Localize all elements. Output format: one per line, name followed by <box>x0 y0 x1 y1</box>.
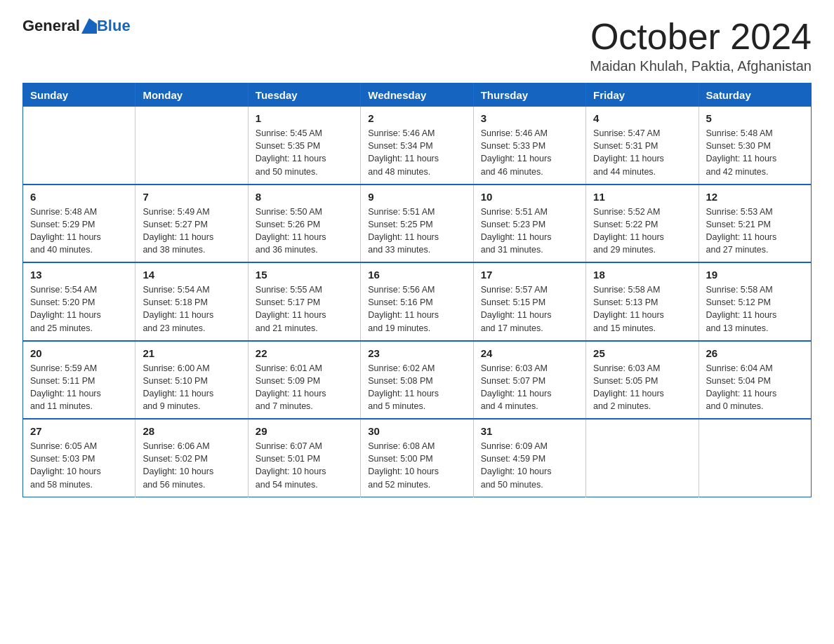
day-info: Sunrise: 5:53 AM Sunset: 5:21 PM Dayligh… <box>706 206 804 257</box>
day-number: 14 <box>143 269 240 281</box>
calendar-cell: 18Sunrise: 5:58 AM Sunset: 5:13 PM Dayli… <box>586 262 699 341</box>
day-number: 1 <box>256 112 353 124</box>
day-number: 18 <box>593 269 691 281</box>
calendar-cell <box>586 419 699 497</box>
day-info: Sunrise: 6:01 AM Sunset: 5:09 PM Dayligh… <box>256 362 353 413</box>
day-info: Sunrise: 6:03 AM Sunset: 5:07 PM Dayligh… <box>481 362 578 413</box>
day-number: 8 <box>256 191 353 203</box>
week-row-4: 27Sunrise: 6:05 AM Sunset: 5:03 PM Dayli… <box>23 419 812 497</box>
logo-general: General <box>22 17 80 35</box>
day-number: 25 <box>593 347 691 359</box>
day-info: Sunrise: 5:56 AM Sunset: 5:16 PM Dayligh… <box>368 283 465 335</box>
calendar-cell: 26Sunrise: 6:04 AM Sunset: 5:04 PM Dayli… <box>699 341 811 420</box>
day-info: Sunrise: 5:58 AM Sunset: 5:13 PM Dayligh… <box>593 283 691 335</box>
day-number: 28 <box>143 425 240 437</box>
day-info: Sunrise: 5:51 AM Sunset: 5:25 PM Dayligh… <box>368 206 465 257</box>
day-number: 31 <box>481 425 578 437</box>
day-info: Sunrise: 5:51 AM Sunset: 5:23 PM Dayligh… <box>481 206 578 257</box>
day-info: Sunrise: 5:52 AM Sunset: 5:22 PM Dayligh… <box>593 206 691 257</box>
day-info: Sunrise: 5:50 AM Sunset: 5:26 PM Dayligh… <box>256 206 353 257</box>
day-info: Sunrise: 5:59 AM Sunset: 5:11 PM Dayligh… <box>30 362 128 413</box>
day-number: 16 <box>368 269 465 281</box>
day-number: 5 <box>706 112 804 124</box>
weekday-monday: Monday <box>135 83 248 107</box>
calendar-cell <box>699 419 811 497</box>
calendar-header: SundayMondayTuesdayWednesdayThursdayFrid… <box>23 83 812 107</box>
day-number: 4 <box>593 112 691 124</box>
calendar-cell: 23Sunrise: 6:02 AM Sunset: 5:08 PM Dayli… <box>361 341 473 420</box>
day-info: Sunrise: 6:00 AM Sunset: 5:10 PM Dayligh… <box>143 362 240 413</box>
day-info: Sunrise: 5:58 AM Sunset: 5:12 PM Dayligh… <box>706 283 804 335</box>
calendar-cell: 19Sunrise: 5:58 AM Sunset: 5:12 PM Dayli… <box>699 262 811 341</box>
day-number: 3 <box>481 112 578 124</box>
day-info: Sunrise: 5:47 AM Sunset: 5:31 PM Dayligh… <box>593 127 691 178</box>
calendar-cell: 24Sunrise: 6:03 AM Sunset: 5:07 PM Dayli… <box>473 341 585 420</box>
day-number: 20 <box>30 347 128 359</box>
day-number: 13 <box>30 269 128 281</box>
logo-blue: Blue <box>97 17 131 35</box>
day-number: 10 <box>481 191 578 203</box>
calendar-cell: 8Sunrise: 5:50 AM Sunset: 5:26 PM Daylig… <box>248 185 360 263</box>
day-info: Sunrise: 5:49 AM Sunset: 5:27 PM Dayligh… <box>143 206 240 257</box>
month-title: October 2024 <box>590 17 812 57</box>
calendar-body: 1Sunrise: 5:45 AM Sunset: 5:35 PM Daylig… <box>23 107 812 497</box>
day-info: Sunrise: 6:03 AM Sunset: 5:05 PM Dayligh… <box>593 362 691 413</box>
calendar-cell: 27Sunrise: 6:05 AM Sunset: 5:03 PM Dayli… <box>23 419 135 497</box>
calendar-cell: 22Sunrise: 6:01 AM Sunset: 5:09 PM Dayli… <box>248 341 360 420</box>
weekday-tuesday: Tuesday <box>248 83 360 107</box>
day-info: Sunrise: 5:54 AM Sunset: 5:18 PM Dayligh… <box>143 283 240 335</box>
day-number: 9 <box>368 191 465 203</box>
calendar-cell: 6Sunrise: 5:48 AM Sunset: 5:29 PM Daylig… <box>23 185 135 263</box>
day-number: 15 <box>256 269 353 281</box>
day-number: 19 <box>706 269 804 281</box>
day-info: Sunrise: 5:46 AM Sunset: 5:33 PM Dayligh… <box>481 127 578 178</box>
day-number: 2 <box>368 112 465 124</box>
calendar-cell: 1Sunrise: 5:45 AM Sunset: 5:35 PM Daylig… <box>248 107 360 185</box>
day-info: Sunrise: 6:05 AM Sunset: 5:03 PM Dayligh… <box>30 440 128 491</box>
day-info: Sunrise: 5:55 AM Sunset: 5:17 PM Dayligh… <box>256 283 353 335</box>
week-row-1: 6Sunrise: 5:48 AM Sunset: 5:29 PM Daylig… <box>23 185 812 263</box>
calendar-cell: 28Sunrise: 6:06 AM Sunset: 5:02 PM Dayli… <box>135 419 248 497</box>
weekday-wednesday: Wednesday <box>361 83 473 107</box>
calendar-cell: 12Sunrise: 5:53 AM Sunset: 5:21 PM Dayli… <box>699 185 811 263</box>
day-number: 24 <box>481 347 578 359</box>
calendar-cell: 3Sunrise: 5:46 AM Sunset: 5:33 PM Daylig… <box>473 107 585 185</box>
calendar-cell: 4Sunrise: 5:47 AM Sunset: 5:31 PM Daylig… <box>586 107 699 185</box>
logo-icon <box>81 18 97 34</box>
day-info: Sunrise: 5:57 AM Sunset: 5:15 PM Dayligh… <box>481 283 578 335</box>
day-number: 26 <box>706 347 804 359</box>
day-info: Sunrise: 5:54 AM Sunset: 5:20 PM Dayligh… <box>30 283 128 335</box>
week-row-0: 1Sunrise: 5:45 AM Sunset: 5:35 PM Daylig… <box>23 107 812 185</box>
day-info: Sunrise: 6:07 AM Sunset: 5:01 PM Dayligh… <box>256 440 353 491</box>
calendar-cell: 5Sunrise: 5:48 AM Sunset: 5:30 PM Daylig… <box>699 107 811 185</box>
calendar-cell: 30Sunrise: 6:08 AM Sunset: 5:00 PM Dayli… <box>361 419 473 497</box>
calendar-cell: 10Sunrise: 5:51 AM Sunset: 5:23 PM Dayli… <box>473 185 585 263</box>
calendar-cell: 20Sunrise: 5:59 AM Sunset: 5:11 PM Dayli… <box>23 341 135 420</box>
calendar-cell: 29Sunrise: 6:07 AM Sunset: 5:01 PM Dayli… <box>248 419 360 497</box>
week-row-3: 20Sunrise: 5:59 AM Sunset: 5:11 PM Dayli… <box>23 341 812 420</box>
day-number: 6 <box>30 191 128 203</box>
day-number: 11 <box>593 191 691 203</box>
weekday-sunday: Sunday <box>23 83 135 107</box>
svg-marker-0 <box>81 18 97 34</box>
calendar-cell: 31Sunrise: 6:09 AM Sunset: 4:59 PM Dayli… <box>473 419 585 497</box>
weekday-header-row: SundayMondayTuesdayWednesdayThursdayFrid… <box>23 83 812 107</box>
day-info: Sunrise: 5:48 AM Sunset: 5:30 PM Dayligh… <box>706 127 804 178</box>
day-number: 23 <box>368 347 465 359</box>
day-info: Sunrise: 5:46 AM Sunset: 5:34 PM Dayligh… <box>368 127 465 178</box>
calendar-cell: 14Sunrise: 5:54 AM Sunset: 5:18 PM Dayli… <box>135 262 248 341</box>
day-number: 22 <box>256 347 353 359</box>
weekday-thursday: Thursday <box>473 83 585 107</box>
logo: General Blue <box>22 17 131 35</box>
day-number: 30 <box>368 425 465 437</box>
location-title: Maidan Khulah, Paktia, Afghanistan <box>590 58 812 74</box>
day-number: 17 <box>481 269 578 281</box>
calendar-cell: 15Sunrise: 5:55 AM Sunset: 5:17 PM Dayli… <box>248 262 360 341</box>
day-number: 29 <box>256 425 353 437</box>
day-info: Sunrise: 5:48 AM Sunset: 5:29 PM Dayligh… <box>30 206 128 257</box>
day-number: 7 <box>143 191 240 203</box>
day-info: Sunrise: 6:02 AM Sunset: 5:08 PM Dayligh… <box>368 362 465 413</box>
calendar-cell <box>135 107 248 185</box>
calendar-cell: 17Sunrise: 5:57 AM Sunset: 5:15 PM Dayli… <box>473 262 585 341</box>
calendar-cell: 25Sunrise: 6:03 AM Sunset: 5:05 PM Dayli… <box>586 341 699 420</box>
